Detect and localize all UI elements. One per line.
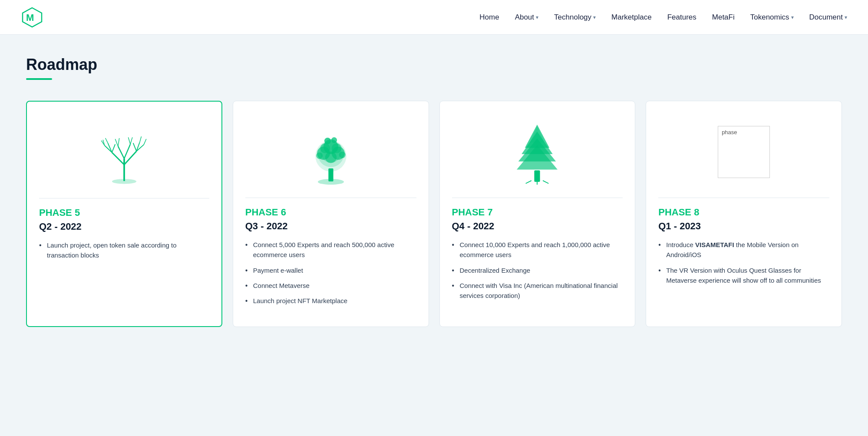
medium-tree-icon bbox=[300, 117, 361, 187]
logo[interactable]: M bbox=[21, 6, 43, 29]
roadmap-cards: PHASE 5 Q2 - 2022 Launch project, open t… bbox=[26, 101, 842, 327]
list-item: The VR Version with Oculus Quest Glasses… bbox=[658, 265, 829, 286]
phase5-image bbox=[39, 116, 209, 189]
svg-point-30 bbox=[325, 152, 336, 163]
phase7-label: PHASE 7 bbox=[452, 207, 493, 218]
svg-line-19 bbox=[130, 137, 132, 144]
page-title: Roadmap bbox=[26, 56, 842, 74]
phase6-period: Q3 - 2022 bbox=[245, 221, 288, 232]
svg-line-6 bbox=[124, 144, 130, 159]
nav-about[interactable]: About bbox=[515, 13, 538, 22]
phase6-label: PHASE 6 bbox=[245, 207, 286, 218]
list-item: Launch project, open token sale accordin… bbox=[39, 240, 209, 261]
phase5-period: Q2 - 2022 bbox=[39, 221, 82, 232]
svg-point-33 bbox=[324, 138, 331, 144]
phase7-card: PHASE 7 Q4 - 2022 Connect 10,000 Experts… bbox=[439, 101, 636, 327]
full-tree-icon bbox=[507, 117, 568, 187]
list-item: Connect 10,000 Experts and reach 1,000,0… bbox=[452, 240, 623, 260]
svg-line-20 bbox=[144, 139, 146, 145]
svg-line-5 bbox=[118, 146, 124, 159]
list-item: Introduce VISAMETAFI the Mobile Version … bbox=[658, 240, 829, 260]
svg-point-34 bbox=[331, 137, 337, 143]
list-item: Connect 5,000 Experts and reach 500,000 … bbox=[245, 240, 416, 260]
svg-point-36 bbox=[339, 152, 345, 158]
svg-line-21 bbox=[140, 136, 142, 142]
phase5-items: Launch project, open token sale accordin… bbox=[39, 240, 209, 266]
phase5-label: PHASE 5 bbox=[39, 207, 80, 218]
bare-tree-icon bbox=[94, 118, 155, 187]
list-item: Decentralized Exchange bbox=[452, 265, 623, 275]
phase6-image bbox=[245, 115, 416, 189]
svg-rect-38 bbox=[535, 170, 540, 182]
svg-point-31 bbox=[320, 143, 330, 153]
phase7-image bbox=[452, 115, 623, 189]
svg-point-32 bbox=[332, 143, 342, 153]
svg-line-44 bbox=[526, 181, 531, 184]
svg-line-18 bbox=[128, 137, 130, 144]
main-nav: M Home About Technology Marketplace Feat… bbox=[0, 0, 868, 35]
svg-point-37 bbox=[318, 179, 344, 185]
phase8-period: Q1 - 2023 bbox=[658, 221, 701, 232]
phase8-label: PHASE 8 bbox=[658, 207, 699, 218]
list-item: Launch project NFT Marketplace bbox=[245, 296, 416, 306]
phase8-card: phase PHASE 8 Q1 - 2023 Introduce VISAME… bbox=[646, 101, 842, 327]
svg-line-9 bbox=[112, 144, 116, 152]
phase8-divider bbox=[658, 198, 829, 198]
nav-tokenomics[interactable]: Tokenomics bbox=[750, 13, 794, 22]
svg-line-16 bbox=[115, 139, 118, 146]
svg-point-22 bbox=[112, 179, 136, 184]
phase6-divider bbox=[245, 198, 416, 198]
phase5-card: PHASE 5 Q2 - 2022 Launch project, open t… bbox=[26, 101, 222, 327]
list-item: Payment e-wallet bbox=[245, 265, 416, 275]
svg-line-17 bbox=[118, 138, 119, 146]
phase7-divider bbox=[452, 198, 623, 198]
nav-technology[interactable]: Technology bbox=[554, 13, 596, 22]
svg-line-12 bbox=[133, 143, 137, 151]
title-underline bbox=[26, 78, 52, 80]
page-content: Roadmap bbox=[0, 35, 868, 353]
phase5-divider bbox=[39, 198, 209, 198]
nav-home[interactable]: Home bbox=[479, 13, 499, 22]
nav-document[interactable]: Document bbox=[809, 13, 847, 22]
phase8-items: Introduce VISAMETAFI the Mobile Version … bbox=[658, 240, 829, 291]
svg-line-46 bbox=[543, 181, 549, 184]
phase8-image: phase bbox=[658, 115, 829, 189]
nav-metafi[interactable]: MetaFi bbox=[712, 13, 735, 22]
list-item: Connect with Visa Inc (American multinat… bbox=[452, 281, 623, 301]
svg-line-15 bbox=[106, 138, 108, 143]
phase6-card: PHASE 6 Q3 - 2022 Connect 5,000 Experts … bbox=[233, 101, 429, 327]
broken-image-text: phase bbox=[722, 129, 737, 135]
svg-text:M: M bbox=[26, 12, 34, 23]
phase7-items: Connect 10,000 Experts and reach 1,000,0… bbox=[452, 240, 623, 306]
nav-links: Home About Technology Marketplace Featur… bbox=[479, 13, 847, 22]
phase7-period: Q4 - 2022 bbox=[452, 221, 495, 232]
nav-marketplace[interactable]: Marketplace bbox=[611, 13, 652, 22]
phase6-items: Connect 5,000 Experts and reach 500,000 … bbox=[245, 240, 416, 311]
svg-point-35 bbox=[316, 152, 323, 159]
nav-features[interactable]: Features bbox=[667, 13, 696, 22]
list-item: Connect Metaverse bbox=[245, 281, 416, 291]
broken-image-placeholder: phase bbox=[718, 126, 770, 178]
